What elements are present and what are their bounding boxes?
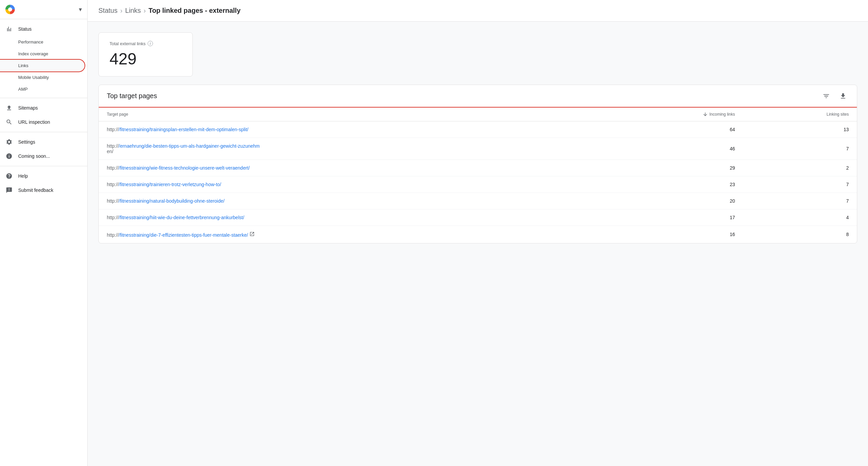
linking-sites-2: 2 xyxy=(743,159,857,176)
sidebar-dropdown-btn[interactable]: ▾ xyxy=(79,6,82,13)
table-row: http:///fitnesstraining/trainingsplan-er… xyxy=(99,121,857,138)
stat-card-info-icon[interactable]: i xyxy=(148,41,153,46)
url-cell-4: http:///fitnesstraining/natural-bodybuil… xyxy=(99,193,599,209)
breadcrumb-sep-1: › xyxy=(120,7,123,14)
sidebar-item-coming-soon-label: Coming soon... xyxy=(18,153,50,159)
linking-sites-1: 7 xyxy=(743,138,857,159)
filter-button[interactable] xyxy=(820,90,832,102)
download-icon xyxy=(839,92,847,100)
linking-sites-4: 7 xyxy=(743,193,857,209)
sidebar-item-sitemaps[interactable]: Sitemaps xyxy=(0,101,85,115)
linking-sites-6: 8 xyxy=(743,226,857,243)
stat-card-label-text: Total external links xyxy=(110,41,146,46)
breadcrumb: Status › Links › Top linked pages - exte… xyxy=(88,0,868,22)
url-base-3: http:// xyxy=(107,182,119,187)
incoming-links-3: 23 xyxy=(599,176,743,193)
incoming-links-2: 29 xyxy=(599,159,743,176)
url-base-2: http:// xyxy=(107,165,119,171)
url-path-4[interactable]: /fitnesstraining/natural-bodybuilding-oh… xyxy=(119,198,224,204)
table-row: http:// en//ernaehrung/die-besten-tipps-… xyxy=(99,138,857,159)
sidebar-item-url-inspection-label: URL inspection xyxy=(18,119,50,125)
incoming-links-4: 20 xyxy=(599,193,743,209)
settings-icon xyxy=(5,138,13,146)
linking-sites-3: 7 xyxy=(743,176,857,193)
upload-icon xyxy=(5,104,13,112)
sidebar-item-mobile-usability[interactable]: Mobile Usability xyxy=(0,71,85,83)
sidebar-item-performance[interactable]: Performance xyxy=(0,36,85,48)
search-icon xyxy=(5,118,13,126)
sidebar: ▾ Status Performance Index coverage Link… xyxy=(0,0,88,466)
table-actions xyxy=(820,90,849,102)
table-row: http:///fitnesstraining/die-7-effiziente… xyxy=(99,226,857,243)
url-path-3[interactable]: /fitnesstraining/trainieren-trotz-verlet… xyxy=(119,182,221,187)
info-icon xyxy=(5,152,13,160)
breadcrumb-status[interactable]: Status xyxy=(98,7,118,14)
sidebar-item-status-label: Status xyxy=(18,26,32,32)
url-cell-2: http:///fitnesstraining/wie-fitness-tech… xyxy=(99,159,599,176)
sidebar-item-coming-soon[interactable]: Coming soon... xyxy=(0,149,85,163)
sidebar-divider-2 xyxy=(0,132,87,132)
sidebar-item-url-inspection[interactable]: URL inspection xyxy=(0,115,85,129)
bar-chart-icon xyxy=(5,25,13,33)
sidebar-item-settings[interactable]: Settings xyxy=(0,135,85,149)
help-icon xyxy=(5,172,13,180)
url-cell-6: http:///fitnesstraining/die-7-effiziente… xyxy=(99,226,599,243)
feedback-icon xyxy=(5,186,13,194)
incoming-links-1: 46 xyxy=(599,138,743,159)
incoming-links-0: 64 xyxy=(599,121,743,138)
sidebar-item-status[interactable]: Status xyxy=(0,22,85,36)
sidebar-item-help-label: Help xyxy=(18,173,28,179)
url-base-4: http:// xyxy=(107,198,119,204)
url-path-2[interactable]: /fitnesstraining/wie-fitness-technologie… xyxy=(119,165,250,171)
top-target-pages-section: Top target pages Target page xyxy=(98,85,857,243)
sidebar-nav: Status Performance Index coverage Links … xyxy=(0,19,87,200)
sidebar-item-amp-label: AMP xyxy=(18,87,28,92)
url-cell-0: http:///fitnesstraining/trainingsplan-er… xyxy=(99,121,599,138)
sidebar-item-links[interactable]: Links xyxy=(0,60,85,71)
sidebar-item-sitemaps-label: Sitemaps xyxy=(18,105,38,111)
table-title: Top target pages xyxy=(107,92,157,100)
breadcrumb-links[interactable]: Links xyxy=(125,7,141,14)
url-cell-3: http:///fitnesstraining/trainieren-trotz… xyxy=(99,176,599,193)
sidebar-item-performance-label: Performance xyxy=(18,39,43,45)
table-body: http:///fitnesstraining/trainingsplan-er… xyxy=(99,121,857,243)
table-row: http:///fitnesstraining/wie-fitness-tech… xyxy=(99,159,857,176)
url-base-5: http:// xyxy=(107,215,119,220)
breadcrumb-current: Top linked pages - externally xyxy=(149,7,241,14)
sidebar-item-mobile-usability-label: Mobile Usability xyxy=(18,75,49,80)
col-linking-sites-label: Linking sites xyxy=(827,112,849,117)
url-base-0: http:// xyxy=(107,127,119,132)
sidebar-item-help[interactable]: Help xyxy=(0,169,85,183)
download-button[interactable] xyxy=(837,90,849,102)
col-incoming-links[interactable]: Incoming links xyxy=(599,108,743,121)
url-base-6: http:// xyxy=(107,232,119,238)
sidebar-item-amp[interactable]: AMP xyxy=(0,83,85,95)
incoming-links-6: 16 xyxy=(599,226,743,243)
sidebar-item-index-coverage[interactable]: Index coverage xyxy=(0,48,85,60)
stat-card-value: 429 xyxy=(110,50,182,68)
url-path-0[interactable]: /fitnesstraining/trainingsplan-erstellen… xyxy=(119,127,248,132)
url-base-1: http:// en/ xyxy=(107,143,119,154)
sidebar-item-submit-feedback[interactable]: Submit feedback xyxy=(0,183,85,197)
table-header-row: Top target pages xyxy=(99,85,857,108)
table-header: Target page Incoming links Linking sites xyxy=(99,108,857,121)
url-path-1[interactable]: /ernaehrung/die-besten-tipps-um-als-hard… xyxy=(119,143,260,149)
col-target-page: Target page xyxy=(99,108,599,121)
sidebar-divider-1 xyxy=(0,98,87,98)
sort-down-icon xyxy=(703,112,708,117)
incoming-links-5: 17 xyxy=(599,209,743,226)
stat-card-label-row: Total external links i xyxy=(110,41,182,46)
external-link-icon-6[interactable] xyxy=(249,231,255,237)
col-incoming-links-label: Incoming links xyxy=(709,112,735,117)
page-content: Total external links i 429 Top target pa… xyxy=(88,22,868,254)
sidebar-divider-3 xyxy=(0,166,87,166)
sidebar-item-index-coverage-label: Index coverage xyxy=(18,51,48,56)
sidebar-header: ▾ xyxy=(0,0,87,19)
target-pages-table: Target page Incoming links Linking sites xyxy=(99,108,857,243)
url-path-6[interactable]: /fitnesstraining/die-7-effizientesten-ti… xyxy=(119,232,248,238)
col-linking-sites: Linking sites xyxy=(743,108,857,121)
url-path-5[interactable]: /fitnesstraining/hiit-wie-du-deine-fettv… xyxy=(119,215,244,220)
col-target-page-label: Target page xyxy=(107,112,128,117)
url-cell-5: http:///fitnesstraining/hiit-wie-du-dein… xyxy=(99,209,599,226)
filter-icon xyxy=(823,92,830,100)
